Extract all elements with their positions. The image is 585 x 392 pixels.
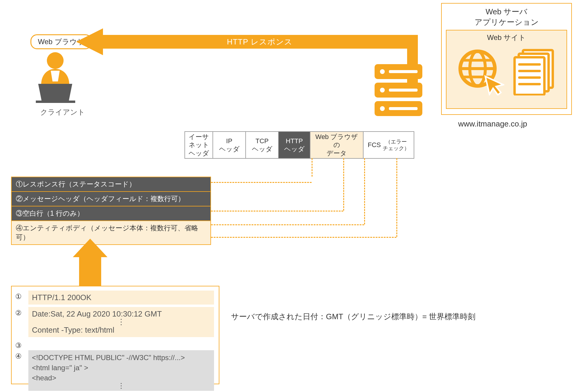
svg-point-0	[47, 52, 64, 69]
dash-connector	[211, 224, 364, 225]
packet-http-header: HTTP ヘッダ	[279, 132, 310, 158]
packet-ethernet-header: イーサ ネット ヘッダ	[185, 132, 213, 158]
svg-rect-8	[389, 89, 418, 92]
packet-ip-header: IP ヘッダ	[213, 132, 246, 158]
dash-connector	[396, 158, 397, 237]
ex-status-line: HTTP/1.1 200OK	[28, 291, 214, 305]
packet-row: イーサ ネット ヘッダ IP ヘッダ TCP ヘッダ HTTP ヘッダ Web …	[184, 131, 414, 159]
example-side-note: サーバで作成された日付：GMT（グリニッジ標準時）= 世界標準時刻	[231, 311, 475, 322]
struct-entity-body: ④エンティティボディ（メッセージ本体：複数行可、省略可）	[12, 221, 210, 244]
struct-blank-line: ③空白行（1 行のみ）	[12, 206, 210, 221]
struct-response-line: ①レスポンス行（ステータスコード）	[12, 177, 210, 192]
website-panel: Web サイト	[446, 30, 567, 109]
webserver-title-1: Web サーバ	[446, 7, 567, 17]
client-person-icon	[33, 49, 78, 103]
dash-connector	[343, 158, 344, 211]
ex-num-1: ①	[15, 292, 24, 305]
packet-browser-data: Web ブラウザの データ	[310, 132, 364, 158]
svg-point-7	[380, 88, 385, 92]
dash-connector	[211, 211, 343, 212]
ex-headers: Date:Sat, 22 Aug 2020 10:30:12 GMT ⋮ Con…	[28, 307, 214, 337]
client-label: クライアント	[40, 107, 85, 117]
svg-rect-18	[515, 57, 544, 95]
svg-rect-6	[389, 70, 418, 73]
domain-label: www.itmanage.co.jp	[458, 119, 527, 129]
dash-connector	[211, 182, 312, 183]
server-stack-icon	[375, 61, 422, 121]
web-server-box: Web サーバ アプリケーション Web サイト	[441, 3, 572, 115]
svg-point-9	[380, 106, 385, 111]
struct-message-header: ②メッセージヘッダ（ヘッダフィールド：複数行可）	[12, 192, 210, 206]
globe-cursor-icon	[457, 48, 504, 95]
documents-icon	[512, 48, 556, 95]
dash-connector	[364, 158, 365, 224]
ex-num-4: ④	[15, 352, 24, 391]
svg-point-5	[380, 69, 385, 74]
ex-body: <!DOCTYPE HTML PUBLIC" -//W3C" https://.…	[28, 350, 214, 391]
svg-rect-10	[389, 107, 418, 110]
http-structure-list: ①レスポンス行（ステータスコード） ②メッセージヘッダ（ヘッダフィールド：複数行…	[11, 177, 211, 245]
arrow-label: HTTP レスポンス	[227, 37, 292, 47]
dash-connector	[211, 237, 396, 238]
website-label: Web サイト	[449, 33, 564, 42]
ex-num-3: ③	[15, 341, 24, 350]
packet-fcs: FCS （エラー チェック）	[364, 132, 414, 158]
packet-tcp-header: TCP ヘッダ	[246, 132, 279, 158]
http-example-box: ① HTTP/1.1 200OK ② Date:Sat, 22 Aug 2020…	[11, 286, 219, 384]
http-response-arrow: HTTP レスポンス	[76, 28, 418, 55]
up-arrow-icon	[79, 239, 101, 286]
svg-rect-1	[36, 101, 75, 103]
ex-num-2: ②	[15, 309, 24, 337]
dash-connector	[312, 158, 312, 177]
webserver-title-2: アプリケーション	[446, 17, 567, 27]
